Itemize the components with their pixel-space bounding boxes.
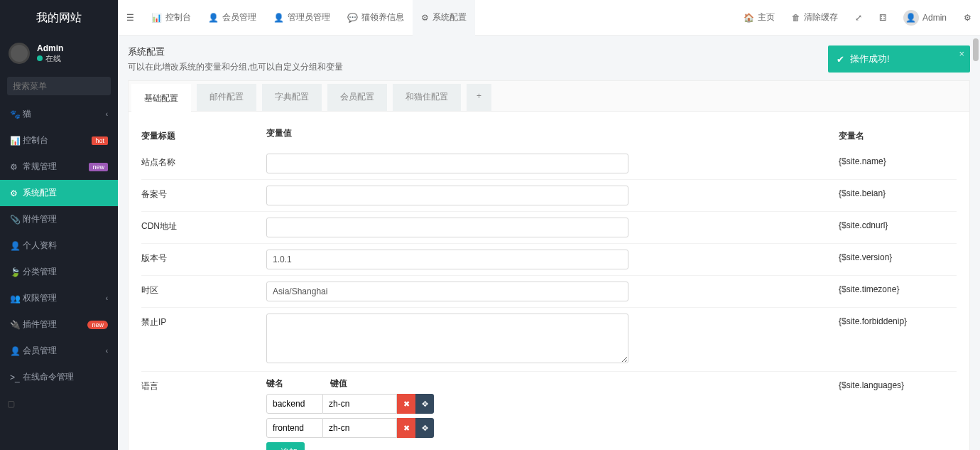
tab-3[interactable]: 会员配置 bbox=[327, 84, 387, 111]
topnav-猫领养信息[interactable]: 💬猫领养信息 bbox=[339, 0, 413, 36]
topnav-toggle[interactable]: ☰ bbox=[118, 0, 143, 36]
nav-label: 分类管理 bbox=[23, 266, 57, 278]
topnav-icon: ⚙ bbox=[421, 13, 429, 23]
nav-icon: 📊 bbox=[10, 136, 23, 146]
tab-1[interactable]: 邮件配置 bbox=[197, 84, 256, 111]
nav-label: 会员管理 bbox=[23, 345, 57, 357]
sidebar-item-0[interactable]: 🐾猫‹ bbox=[0, 101, 118, 127]
nav-label: 附件管理 bbox=[23, 213, 57, 225]
kv-key-header: 键名 bbox=[266, 377, 323, 390]
topnav-会员管理[interactable]: 👤会员管理 bbox=[200, 0, 265, 36]
sidebar-item-6[interactable]: 🍃分类管理 bbox=[0, 259, 118, 285]
topright-btn-2[interactable]: ⤢ bbox=[846, 0, 871, 36]
sidebar-item-8[interactable]: 🔌插件管理new bbox=[0, 311, 118, 338]
user-name: Admin bbox=[37, 43, 63, 53]
config-row-0: 站点名称{$site.name} bbox=[141, 148, 957, 179]
topright-icon: ⤢ bbox=[855, 13, 862, 23]
nav-label: 个人资料 bbox=[23, 240, 57, 252]
nav-badge: new bbox=[87, 321, 108, 329]
form-area: 变量标题 变量值 变量名 站点名称{$site.name}备案号{$site.b… bbox=[129, 112, 969, 450]
sidebar-footer: ▢ bbox=[0, 395, 118, 413]
nav-icon: 🔌 bbox=[10, 320, 23, 330]
add-tab-button[interactable]: + bbox=[467, 84, 491, 111]
delete-kv-button[interactable]: ✖ bbox=[397, 394, 415, 414]
header-value: 变量值 bbox=[266, 127, 824, 139]
topnav-label: 系统配置 bbox=[432, 11, 467, 23]
config-input-5[interactable] bbox=[266, 314, 628, 363]
drag-handle-icon[interactable]: ✥ bbox=[415, 394, 434, 414]
field-label: 时区 bbox=[141, 282, 266, 296]
config-input-3[interactable] bbox=[266, 250, 628, 269]
config-input-4[interactable] bbox=[266, 282, 628, 301]
kv-val-input[interactable] bbox=[323, 418, 397, 438]
topnav-icon: 📊 bbox=[151, 13, 162, 23]
topright-清除缓存[interactable]: 🗑清除缓存 bbox=[783, 0, 846, 36]
nav-icon: 👤 bbox=[10, 346, 23, 356]
sidebar-item-10[interactable]: >_在线命令管理 bbox=[0, 364, 118, 390]
add-kv-button[interactable]: +追加 bbox=[266, 442, 305, 450]
topnav-label: 控制台 bbox=[165, 11, 191, 23]
var-name: {$site.timezone} bbox=[824, 282, 957, 294]
nav-badge: new bbox=[89, 163, 108, 171]
topright-Admin[interactable]: 👤Admin bbox=[895, 0, 955, 36]
nav-label: 系统配置 bbox=[23, 187, 57, 199]
config-row-5: 禁止IP{$site.forbiddenip} bbox=[141, 307, 957, 371]
topright-主页[interactable]: 🏠主页 bbox=[735, 0, 783, 36]
nav-label: 控制台 bbox=[23, 134, 48, 146]
nav-label: 插件管理 bbox=[23, 318, 57, 331]
avatar[interactable] bbox=[9, 43, 30, 64]
field-label: 语言 bbox=[141, 377, 266, 392]
close-icon[interactable]: × bbox=[959, 48, 964, 59]
kv-val-input[interactable] bbox=[323, 394, 397, 414]
sidebar-item-4[interactable]: 📎附件管理 bbox=[0, 206, 118, 232]
check-icon: ✔ bbox=[837, 54, 844, 65]
topnav-label: 猫领养信息 bbox=[361, 11, 404, 23]
config-row-2: CDN地址{$site.cdnurl} bbox=[141, 211, 957, 243]
topright-icon: ⚃ bbox=[879, 13, 886, 23]
drag-handle-icon[interactable]: ✥ bbox=[415, 418, 434, 438]
sidebar-item-3[interactable]: ⚙系统配置 bbox=[0, 180, 118, 206]
topright-btn-5[interactable]: ⚙ bbox=[955, 0, 980, 36]
topnav-管理员管理[interactable]: 👤管理员管理 bbox=[265, 0, 339, 36]
page-header: 系统配置 可以在此增改系统的变量和分组,也可以自定义分组和变量 bbox=[128, 45, 820, 73]
sidebar-item-5[interactable]: 👤个人资料 bbox=[0, 232, 118, 259]
kv-key-input[interactable] bbox=[266, 418, 323, 438]
topright-icon: 🏠 bbox=[744, 13, 754, 23]
sidebar: 我的网站 Admin 在线 🔍 🐾猫‹📊控制台hot⚙常规管理new⚙系统配置📎… bbox=[0, 0, 118, 450]
tab-0[interactable]: 基础配置 bbox=[131, 84, 191, 112]
sidebar-item-2[interactable]: ⚙常规管理new bbox=[0, 154, 118, 180]
config-row-4: 时区{$site.timezone} bbox=[141, 275, 957, 307]
nav-label: 猫 bbox=[23, 108, 31, 120]
config-input-2[interactable] bbox=[266, 218, 628, 237]
config-row-3: 版本号{$site.version} bbox=[141, 243, 957, 275]
scrollbar-thumb[interactable] bbox=[973, 38, 979, 61]
tab-4[interactable]: 和猫住配置 bbox=[393, 84, 461, 111]
topright-label: 主页 bbox=[758, 11, 775, 23]
sidebar-item-1[interactable]: 📊控制台hot bbox=[0, 127, 118, 154]
topright-btn-3[interactable]: ⚃ bbox=[871, 0, 895, 36]
delete-kv-button[interactable]: ✖ bbox=[397, 418, 415, 438]
config-row-1: 备案号{$site.beian} bbox=[141, 179, 957, 211]
plus-icon: + bbox=[273, 448, 278, 451]
field-label: 备案号 bbox=[141, 186, 266, 200]
config-input-0[interactable] bbox=[266, 154, 628, 173]
nav-badge: hot bbox=[92, 136, 108, 145]
avatar-icon: 👤 bbox=[903, 10, 919, 26]
var-name: {$site.name} bbox=[824, 154, 957, 166]
search-input[interactable] bbox=[7, 77, 111, 95]
nav-icon: ⚙ bbox=[10, 162, 23, 172]
sidebar-item-7[interactable]: 👥权限管理‹ bbox=[0, 285, 118, 311]
sidebar-item-9[interactable]: 👤会员管理‹ bbox=[0, 338, 118, 364]
topnav-icon: 👤 bbox=[208, 13, 219, 23]
tab-2[interactable]: 字典配置 bbox=[262, 84, 322, 111]
chevron-left-icon: ‹ bbox=[106, 294, 108, 302]
topnav-控制台[interactable]: 📊控制台 bbox=[143, 0, 200, 36]
config-input-1[interactable] bbox=[266, 186, 628, 205]
scrollbar-track bbox=[973, 36, 979, 450]
nav-icon: 👤 bbox=[10, 241, 23, 251]
tabs: 基础配置邮件配置字典配置会员配置和猫住配置+ bbox=[129, 81, 969, 112]
brand-title: 我的网站 bbox=[0, 0, 118, 36]
kv-key-input[interactable] bbox=[266, 394, 323, 414]
topnav-系统配置[interactable]: ⚙系统配置 bbox=[413, 0, 475, 36]
nav-icon: 🐾 bbox=[10, 109, 23, 119]
